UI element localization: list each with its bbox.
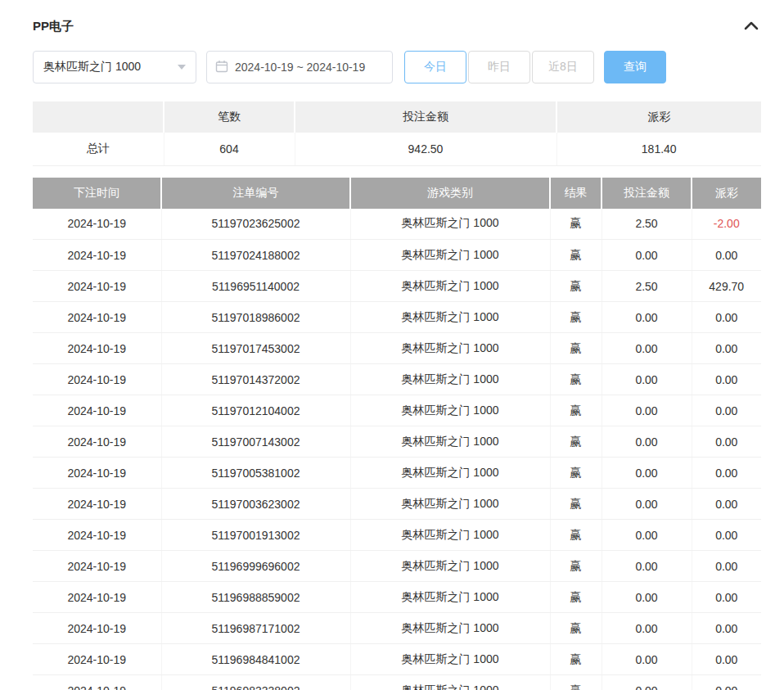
date-range-picker[interactable]: 2024-10-19 ~ 2024-10-19	[206, 51, 393, 83]
table-row: 2024-10-1951197018986002奥林匹斯之门 1000赢0.00…	[33, 302, 761, 333]
cell-order-number: 51197012104002	[161, 395, 350, 426]
table-row: 2024-10-1951197024188002奥林匹斯之门 1000赢0.00…	[33, 240, 761, 271]
cell-order-number: 51197014372002	[161, 364, 350, 395]
table-row: 2024-10-1951197023625002奥林匹斯之门 1000赢2.50…	[33, 209, 761, 240]
header-bet-time: 下注时间	[33, 178, 161, 209]
table-row: 2024-10-1951196987171002奥林匹斯之门 1000赢0.00…	[33, 613, 761, 644]
cell-result: 赢	[550, 489, 602, 520]
chevron-down-icon	[178, 65, 186, 70]
table-row: 2024-10-1951196951140002奥林匹斯之门 1000赢2.50…	[33, 271, 761, 302]
cell-order-number: 51197005381002	[161, 458, 350, 489]
header-payout: 派彩	[692, 178, 761, 209]
cell-bet-amount: 0.00	[602, 458, 692, 489]
summary-table: 笔数 投注金额 派彩 总计 604 942.50 181.40	[33, 101, 761, 166]
cell-payout: 0.00	[692, 489, 761, 520]
cell-bet-amount: 0.00	[602, 520, 692, 551]
calendar-icon	[215, 60, 228, 75]
cell-bet-time: 2024-10-19	[33, 489, 161, 520]
cell-game-type: 奥林匹斯之门 1000	[350, 364, 550, 395]
cell-order-number: 51197003623002	[161, 489, 350, 520]
cell-bet-time: 2024-10-19	[33, 582, 161, 613]
cell-bet-time: 2024-10-19	[33, 520, 161, 551]
cell-payout: 0.00	[692, 302, 761, 333]
cell-bet-amount: 0.00	[602, 302, 692, 333]
cell-result: 赢	[550, 520, 602, 551]
cell-result: 赢	[550, 613, 602, 644]
game-select[interactable]: 奥林匹斯之门 1000	[33, 51, 196, 83]
cell-bet-time: 2024-10-19	[33, 675, 161, 690]
summary-header-bet-amount: 投注金额	[295, 101, 556, 133]
table-row: 2024-10-1951197017453002奥林匹斯之门 1000赢0.00…	[33, 333, 761, 364]
table-row: 2024-10-1951196984841002奥林匹斯之门 1000赢0.00…	[33, 644, 761, 675]
cell-order-number: 51196987171002	[161, 613, 350, 644]
cell-payout: 0.00	[692, 520, 761, 551]
cell-game-type: 奥林匹斯之门 1000	[350, 333, 550, 364]
summary-header-row: 笔数 投注金额 派彩	[33, 101, 761, 133]
cell-bet-time: 2024-10-19	[33, 551, 161, 582]
cell-order-number: 51196983338002	[161, 675, 350, 690]
cell-bet-amount: 0.00	[602, 333, 692, 364]
cell-game-type: 奥林匹斯之门 1000	[350, 209, 550, 240]
page-header: PP电子	[33, 16, 761, 36]
collapse-button[interactable]	[741, 16, 761, 36]
cell-game-type: 奥林匹斯之门 1000	[350, 240, 550, 271]
cell-bet-amount: 0.00	[602, 675, 692, 690]
cell-game-type: 奥林匹斯之门 1000	[350, 271, 550, 302]
summary-total-row: 总计 604 942.50 181.40	[33, 133, 761, 165]
cell-game-type: 奥林匹斯之门 1000	[350, 613, 550, 644]
cell-bet-amount: 0.00	[602, 613, 692, 644]
cell-bet-amount: 0.00	[602, 395, 692, 426]
cell-payout: 0.00	[692, 426, 761, 458]
cell-payout: 0.00	[692, 644, 761, 675]
cell-result: 赢	[550, 271, 602, 302]
cell-game-type: 奥林匹斯之门 1000	[350, 426, 550, 458]
cell-order-number: 51196984841002	[161, 644, 350, 675]
cell-order-number: 51196951140002	[161, 271, 350, 302]
search-button[interactable]: 查询	[604, 51, 666, 83]
cell-bet-time: 2024-10-19	[33, 271, 161, 302]
cell-bet-amount: 0.00	[602, 364, 692, 395]
cell-result: 赢	[550, 364, 602, 395]
game-select-value: 奥林匹斯之门 1000	[43, 60, 141, 74]
cell-order-number: 51196999696002	[161, 551, 350, 582]
cell-result: 赢	[550, 458, 602, 489]
header-game-type: 游戏类别	[350, 178, 550, 209]
cell-result: 赢	[550, 582, 602, 613]
bet-table-header-row: 下注时间 注单编号 游戏类别 结果 投注金额 派彩	[33, 178, 761, 209]
cell-result: 赢	[550, 395, 602, 426]
today-button[interactable]: 今日	[404, 51, 466, 83]
cell-bet-time: 2024-10-19	[33, 644, 161, 675]
summary-header-empty	[33, 101, 164, 133]
table-row: 2024-10-1951197005381002奥林匹斯之门 1000赢0.00…	[33, 458, 761, 489]
cell-bet-amount: 0.00	[602, 426, 692, 458]
cell-result: 赢	[550, 551, 602, 582]
cell-payout: 0.00	[692, 333, 761, 364]
last-8-days-button[interactable]: 近8日	[532, 51, 594, 83]
cell-bet-amount: 0.00	[602, 644, 692, 675]
cell-bet-time: 2024-10-19	[33, 395, 161, 426]
cell-result: 赢	[550, 209, 602, 240]
cell-bet-amount: 0.00	[602, 551, 692, 582]
header-bet-amount: 投注金额	[602, 178, 692, 209]
cell-order-number: 51197001913002	[161, 520, 350, 551]
cell-game-type: 奥林匹斯之门 1000	[350, 520, 550, 551]
cell-game-type: 奥林匹斯之门 1000	[350, 675, 550, 690]
cell-payout: 0.00	[692, 458, 761, 489]
cell-bet-time: 2024-10-19	[33, 302, 161, 333]
page: PP电子 奥林匹斯之门 1000 2024-10-19 ~ 2024-10-19…	[0, 0, 784, 690]
cell-order-number: 51197024188002	[161, 240, 350, 271]
cell-result: 赢	[550, 644, 602, 675]
table-row: 2024-10-1951196983338002奥林匹斯之门 1000赢0.00…	[33, 675, 761, 690]
cell-result: 赢	[550, 240, 602, 271]
cell-payout: -2.00	[692, 209, 761, 240]
summary-total-label: 总计	[33, 133, 164, 165]
cell-bet-amount: 0.00	[602, 582, 692, 613]
yesterday-button[interactable]: 昨日	[468, 51, 530, 83]
cell-bet-time: 2024-10-19	[33, 426, 161, 458]
table-row: 2024-10-1951197012104002奥林匹斯之门 1000赢0.00…	[33, 395, 761, 426]
cell-game-type: 奥林匹斯之门 1000	[350, 644, 550, 675]
date-range-value: 2024-10-19 ~ 2024-10-19	[235, 61, 365, 74]
table-row: 2024-10-1951197007143002奥林匹斯之门 1000赢0.00…	[33, 426, 761, 458]
chevron-up-icon	[744, 20, 759, 33]
cell-payout: 0.00	[692, 364, 761, 395]
